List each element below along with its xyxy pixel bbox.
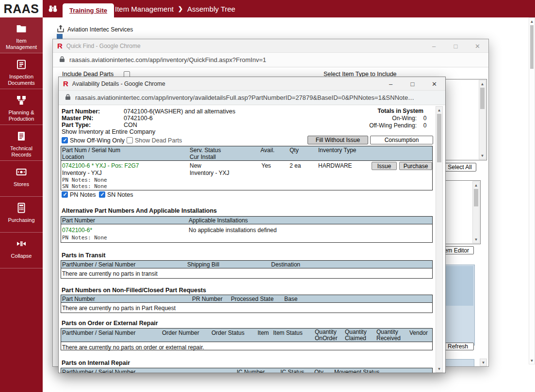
export-icon[interactable] (56, 24, 65, 35)
address-url[interactable]: raasais.aviationintertec.com/app/invento… (69, 56, 266, 63)
sn-notes-checkbox[interactable] (99, 191, 105, 198)
section-title-part-requests: Part Numbers on Non-Filled/Closed Part R… (62, 287, 206, 294)
show-dead-parts-checkbox[interactable] (127, 137, 133, 143)
minimize-icon[interactable]: – (380, 77, 402, 91)
lock-icon[interactable] (65, 94, 71, 102)
col-header: Part Number (62, 296, 95, 302)
section-title-internal-repair: Parts on Internal Repair (62, 360, 130, 366)
company-name: Aviation Intertec Services (67, 26, 133, 33)
qty-cell: 2 ea (290, 162, 301, 169)
consumption-button[interactable]: Consumption (370, 136, 433, 144)
lock-icon[interactable] (59, 56, 65, 64)
scroll-up-icon[interactable]: ▲ (529, 18, 535, 25)
availability-window: R Availability Details - Google Chrome –… (58, 77, 446, 373)
sidebar-item-stores[interactable]: Stores (0, 161, 43, 197)
scrollbar-thumb[interactable] (480, 88, 485, 109)
show-off-wing-checkbox[interactable] (62, 137, 68, 143)
tab-training-site[interactable]: Training Site (63, 3, 114, 17)
minimize-icon[interactable]: – (423, 39, 445, 53)
refresh-button[interactable]: Refresh (442, 343, 474, 350)
issue-button[interactable]: Issue (372, 162, 397, 170)
pn-notes-checkbox[interactable] (62, 191, 68, 198)
workflow-icon (16, 94, 27, 108)
col-header: Quantity OnOrder (315, 329, 341, 342)
breadcrumb: Item Management ❯ Assembly Tree (115, 0, 235, 17)
scroll-up-icon[interactable]: ▲ (473, 182, 479, 188)
col-header: IC Number (237, 369, 265, 373)
purchase-button[interactable]: Purchase (399, 162, 432, 170)
scrollbar-stub[interactable]: ▼ (480, 359, 487, 366)
listbox-scrollbar[interactable]: ▲ ▼ (472, 181, 480, 243)
sidebar-item-item-management[interactable]: Item Management (0, 17, 43, 53)
empty-row-message: There are currently no parts on order or… (62, 344, 204, 351)
section-title-on-order: Parts on Order or External Repair (62, 320, 158, 327)
col-header: Order Number (162, 329, 199, 336)
binoculars-icon[interactable] (48, 3, 58, 16)
availability-table: Part Num / Serial Num Serv. Status Avail… (61, 146, 433, 190)
maximize-icon[interactable]: □ (402, 77, 423, 91)
sidebar-item-label: Planning & Production (0, 110, 43, 122)
breadcrumb-section[interactable]: Item Management (115, 5, 174, 13)
scrollbar-thumb[interactable] (530, 25, 534, 69)
cur-install-cell: Inventory - YXJ (190, 170, 229, 176)
quickfind-urlbar: raasais.aviationintertec.com/app/invento… (53, 53, 488, 67)
sidebar-item-label: Purchasing (7, 217, 35, 223)
sidebar-item-purchasing[interactable]: Purchasing (0, 197, 43, 233)
breadcrumb-page[interactable]: Assembly Tree (187, 5, 235, 13)
col-header: Base (284, 296, 297, 302)
sidebar-item-label: Inspection Documents (0, 74, 43, 86)
maximize-icon[interactable]: □ (445, 39, 467, 53)
scroll-down-icon[interactable]: ▼ (479, 152, 486, 159)
scrollbar-thumb[interactable] (437, 114, 441, 162)
sidebar-item-collapse[interactable]: Collapse (0, 233, 43, 268)
col-header: Movement Status (334, 369, 379, 373)
col-header: Serv. Status (190, 147, 221, 154)
avail-cell: Yes (261, 162, 271, 169)
availability-scrollbar[interactable]: ▲ ▼ (436, 106, 443, 373)
off-wing-label: Off-Wing Pending: (369, 122, 417, 129)
collapse-icon (16, 238, 27, 251)
scroll-up-icon[interactable]: ▲ (479, 80, 486, 87)
breadcrumb-separator-icon: ❯ (178, 5, 183, 12)
col-header: Location (62, 154, 84, 160)
off-wing-value: 0 (417, 122, 433, 129)
pn-notes-label: PN Notes (70, 191, 96, 198)
sidebar-item-label: Collapse (10, 253, 33, 259)
availability-titlebar[interactable]: R Availability Details - Google Chrome –… (59, 77, 445, 91)
sidebar-item-inspection-documents[interactable]: Inspection Documents (0, 53, 43, 89)
col-header: Item (258, 329, 269, 336)
part-serial-link[interactable]: 0742100-6 * YXJ - Pos: F2G7 (62, 162, 139, 169)
sidebar-item-planning-production[interactable]: Planning & Production (0, 89, 43, 125)
section-title-alternatives: Alternative Part Numbers And Applicable … (62, 207, 217, 214)
totals-title: Totals in System (350, 108, 433, 115)
sn-notes-cell: SN Notes: None (62, 183, 107, 189)
window-title: Quick Find - Google Chrome (66, 43, 141, 49)
alt-part-link[interactable]: 0742100-6* (62, 227, 92, 234)
listbox-scrollbar[interactable]: ▲ ▼ (479, 80, 486, 159)
scroll-down-icon[interactable]: ▼ (529, 357, 535, 364)
col-header: Destination (271, 261, 300, 268)
stores-icon (16, 166, 27, 179)
scroll-down-icon[interactable]: ▼ (480, 359, 486, 366)
calculator-icon (16, 202, 27, 215)
scrollbar-thumb[interactable] (474, 189, 478, 206)
section-title-transit: Parts in Transit (62, 252, 105, 259)
raas-favicon: R (57, 42, 63, 50)
scroll-down-icon[interactable]: ▼ (436, 365, 442, 372)
alt-installs-cell: No applicable installations defined (189, 227, 276, 234)
inventory-scope-note: Show Inventory at Entire Company (62, 128, 155, 135)
page-scrollbar[interactable]: ▲ ▼ (529, 17, 535, 364)
select-all-button[interactable]: Select All (443, 163, 476, 172)
sidebar-item-label: Item Management (0, 38, 43, 50)
scroll-up-icon[interactable]: ▲ (436, 107, 442, 113)
scroll-down-icon[interactable]: ▼ (473, 236, 479, 243)
close-icon[interactable]: ✕ (467, 39, 488, 53)
address-url[interactable]: raasais.aviationintertec.com/app/invento… (75, 94, 414, 101)
empty-row-message: There are currently no parts in transit (62, 270, 158, 277)
master-pn-label: Master PN: (62, 115, 93, 122)
sidebar-item-technical-records[interactable]: Technical Records (0, 125, 43, 161)
col-header: PartNumber / Serial Number (62, 329, 135, 336)
close-icon[interactable]: ✕ (423, 77, 445, 91)
fill-without-issue-button[interactable]: Fill Without Issue (308, 136, 368, 144)
quickfind-titlebar[interactable]: R Quick Find - Google Chrome – □ ✕ (53, 39, 488, 53)
